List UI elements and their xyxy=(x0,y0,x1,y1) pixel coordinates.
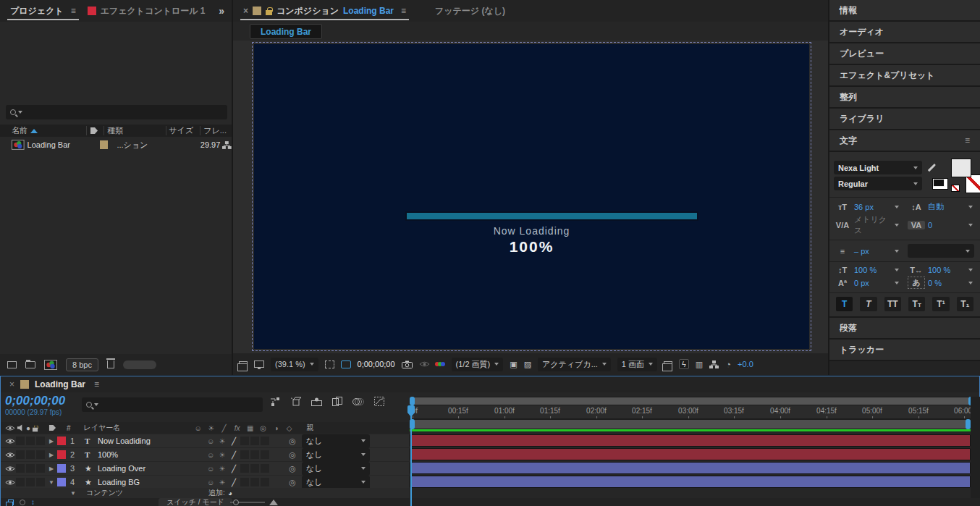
chevron-down-icon[interactable] xyxy=(895,224,899,227)
playhead-handle[interactable] xyxy=(407,405,415,413)
viewer-timecode[interactable]: 0;00;00;00 xyxy=(358,360,395,368)
playhead[interactable] xyxy=(407,405,415,506)
add-label[interactable]: 追加: xyxy=(208,488,225,498)
column-name[interactable]: 名前 xyxy=(9,126,86,135)
flowchart-button-icon[interactable] xyxy=(709,360,719,368)
close-icon[interactable]: × xyxy=(9,379,14,389)
shy-switch[interactable]: ☺ xyxy=(205,465,216,473)
panel-effects-presets[interactable]: エフェクト&プリセット xyxy=(829,65,980,87)
item-label-color[interactable] xyxy=(100,140,109,149)
new-folder-icon[interactable] xyxy=(25,361,35,368)
collapse-icon[interactable]: ☀ xyxy=(206,424,217,432)
horizontal-scale-value[interactable]: 100 % xyxy=(928,266,966,274)
quality-switch[interactable]: ╱ xyxy=(228,437,240,445)
resolution-dropdown[interactable]: (1/2 画質) xyxy=(452,358,504,371)
quality-switch[interactable]: ╱ xyxy=(228,478,240,486)
share-view-icon[interactable] xyxy=(664,361,672,368)
timeline-button-icon[interactable]: ▥ xyxy=(696,360,703,369)
tracking-value[interactable]: 0 xyxy=(928,221,966,229)
stroke-style-dropdown[interactable] xyxy=(908,244,974,258)
expand-arrow-icon[interactable]: ▶ xyxy=(46,438,57,444)
layer-name[interactable]: Loading BG xyxy=(98,478,205,486)
expand-arrow-icon[interactable]: ▶ xyxy=(46,452,57,458)
parent-dropdown[interactable]: なし xyxy=(302,476,370,489)
parent-pickwhip-icon[interactable]: ◎ xyxy=(286,478,299,487)
layer-duration-bar-3[interactable] xyxy=(410,462,971,474)
graph-editor-icon[interactable] xyxy=(374,397,384,406)
chevron-down-icon[interactable] xyxy=(968,282,973,284)
column-layer-name[interactable]: レイヤー名 xyxy=(84,423,191,433)
faux-bold-button[interactable]: T xyxy=(836,297,853,311)
panel-libraries[interactable]: ライブラリ xyxy=(829,109,980,130)
expand-transfer-pane-icon[interactable]: ↕ xyxy=(31,498,35,506)
fx-icon[interactable]: fx xyxy=(232,424,243,432)
collapse-arrow-icon[interactable]: ▼ xyxy=(46,479,57,486)
quality-switch[interactable]: ╱ xyxy=(228,451,240,459)
font-style-dropdown[interactable]: Regular xyxy=(834,177,922,190)
layer-row-4[interactable]: ▼ 4 ★ Loading BG ☺ ☀ ╱ ◎ なし xyxy=(1,476,409,489)
composition-canvas[interactable]: Now Loadiding 100% xyxy=(254,44,809,349)
expand-inout-pane-icon[interactable] xyxy=(20,499,25,505)
layer-row-1[interactable]: ▶ 1 T Now Loadiding ☺ ☀ ╱ ◎ なし xyxy=(1,434,409,447)
safe-margins-icon[interactable] xyxy=(341,360,351,368)
tab-composition[interactable]: × コンポジション Loading Bar ≡ xyxy=(240,0,409,22)
small-caps-button[interactable]: Tt xyxy=(908,297,925,311)
new-composition-icon[interactable] xyxy=(44,360,57,370)
panel-menu-icon[interactable]: ≡ xyxy=(71,6,76,16)
transparency-grid-icon[interactable]: ▨ xyxy=(524,360,531,369)
superscript-button[interactable]: T¹ xyxy=(932,297,949,311)
parent-pickwhip-icon[interactable]: ◎ xyxy=(286,437,299,446)
layer-label-color[interactable] xyxy=(57,437,66,445)
font-size-value[interactable]: 36 px xyxy=(854,203,892,211)
fast-previews-icon[interactable]: ϟ xyxy=(679,359,689,369)
tab-effect-controls[interactable]: エフェクトコントロール 1 xyxy=(85,0,208,22)
shy-switch[interactable]: ☺ xyxy=(205,437,216,445)
project-item-row[interactable]: Loading Bar ...ション 29.97 xyxy=(0,138,232,152)
composition-viewer[interactable]: Now Loadiding 100% xyxy=(233,41,828,353)
column-label[interactable] xyxy=(86,126,104,135)
collapse-switch[interactable]: ☀ xyxy=(216,451,228,459)
frame-blend-icon[interactable]: ▦ xyxy=(245,424,256,432)
show-snapshot-eye-icon[interactable] xyxy=(419,360,430,368)
parent-pickwhip-icon[interactable]: ◎ xyxy=(286,450,299,460)
chevron-down-icon[interactable] xyxy=(968,224,973,227)
time-ruler[interactable]: 00f 00:15f 01:00f 01:15f 02:00f 02:15f 0… xyxy=(410,405,980,419)
shy-icon[interactable]: ☺ xyxy=(193,424,204,432)
region-of-interest-icon[interactable] xyxy=(325,360,334,368)
black-white-swatch[interactable] xyxy=(932,178,948,190)
shy-switch[interactable]: ☺ xyxy=(205,478,216,486)
view-layout-dropdown[interactable]: 1 画面 xyxy=(617,358,657,371)
layer-name[interactable]: Now Loadiding xyxy=(98,437,205,445)
tab-footage[interactable]: フッテージ (なし) xyxy=(432,0,508,22)
all-caps-button[interactable]: TT xyxy=(884,297,901,311)
search-options-caret-icon[interactable] xyxy=(94,403,98,406)
draft-3d-icon[interactable] xyxy=(290,397,301,406)
viewer-comp-tab[interactable]: Loading Bar xyxy=(250,24,322,39)
layer-name[interactable]: Loading Over xyxy=(98,464,205,473)
reset-exposure-icon[interactable]: ◔ xyxy=(725,359,731,370)
layer-row-2[interactable]: ▶ 2 T 100% ☺ ☀ ╱ ◎ なし xyxy=(1,448,409,461)
visibility-eye-icon[interactable] xyxy=(5,438,15,444)
camera-view-dropdown[interactable]: アクティブカ... xyxy=(538,358,611,371)
zoom-slider-knob[interactable] xyxy=(233,499,239,505)
navigator-bar[interactable] xyxy=(411,397,972,405)
layer-label-color[interactable] xyxy=(57,464,66,473)
stroke-width-value[interactable]: – px xyxy=(854,247,892,256)
layer-label-color[interactable] xyxy=(57,478,66,486)
panel-menu-icon[interactable]: ≡ xyxy=(965,135,970,146)
timeline-navigator[interactable] xyxy=(410,397,980,405)
switches-modes-button[interactable]: スイッチ / モード xyxy=(159,498,232,506)
layer-duration-bar-4[interactable] xyxy=(410,476,971,488)
tsume-value[interactable]: 0 % xyxy=(928,279,966,287)
visibility-eye-icon[interactable] xyxy=(5,452,15,458)
column-type[interactable]: 種類 xyxy=(104,126,165,135)
layer-label-color[interactable] xyxy=(57,450,66,459)
work-area[interactable] xyxy=(410,420,971,429)
faux-italic-button[interactable]: T xyxy=(860,297,876,311)
chevron-down-icon[interactable] xyxy=(895,282,899,284)
composition-mini-flowchart-icon[interactable] xyxy=(270,397,280,406)
collapse-switch[interactable]: ☀ xyxy=(216,437,228,445)
panel-paragraph[interactable]: 段落 xyxy=(829,318,980,340)
panel-align[interactable]: 整列 xyxy=(829,87,980,109)
timeline-zoom-slider[interactable] xyxy=(230,502,265,503)
